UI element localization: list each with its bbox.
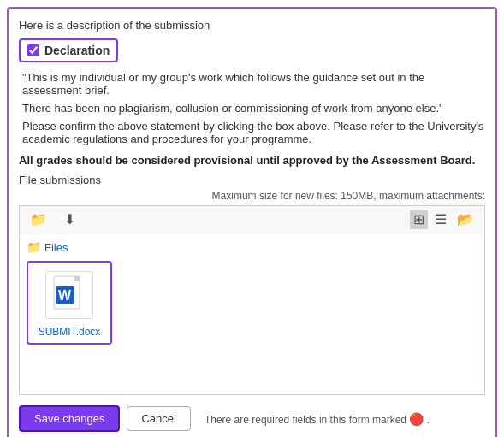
file-submissions-label: File submissions [19, 174, 485, 186]
main-container: Here is a description of the submission … [7, 7, 497, 437]
folder-view-icon[interactable]: 📂 [454, 210, 477, 229]
cancel-button[interactable]: Cancel [127, 406, 190, 431]
quote-text: "This is my individual or my group's wor… [19, 71, 485, 97]
svg-text:W: W [58, 288, 72, 303]
confirm-text: Please confirm the above statement by cl… [19, 120, 485, 145]
declaration-label: Declaration [44, 44, 110, 57]
file-toolbar: 📁 ⬇ ⊞ ☰ 📂 [19, 205, 485, 233]
grid-view-icon[interactable]: ⊞ [410, 210, 428, 229]
required-icon: 🔴 [409, 412, 424, 426]
svg-rect-2 [74, 276, 80, 281]
toolbar-right: ⊞ ☰ 📂 [410, 210, 477, 229]
folder-icon[interactable]: 📁 [27, 210, 50, 229]
file-name: SUBMIT.docx [39, 326, 101, 338]
required-fields-text: There are required fields in this form m… [205, 412, 430, 426]
file-icon-container: W [42, 268, 97, 322]
max-size-text: Maximum size for new files: 150MB, maxim… [19, 190, 485, 202]
footer: Save changes Cancel There are required f… [19, 405, 485, 432]
files-folder-icon: 📁 [27, 240, 41, 254]
file-area: 📁 Files W SUBMIT.docx [19, 233, 485, 395]
files-link[interactable]: Files [44, 241, 68, 254]
warning-text: All grades should be considered provisio… [19, 154, 485, 167]
declaration-row: Declaration [19, 38, 118, 62]
toolbar-left: 📁 ⬇ [27, 210, 79, 229]
save-button[interactable]: Save changes [19, 405, 120, 432]
file-thumbnail[interactable]: W SUBMIT.docx [27, 261, 112, 345]
plagiarism-text: There has been no plagiarism, collusion … [19, 102, 485, 115]
declaration-checkbox[interactable] [27, 44, 39, 56]
description-text: Here is a description of the submission [19, 19, 485, 32]
list-view-icon[interactable]: ☰ [431, 210, 450, 229]
word-doc-icon: W [45, 271, 93, 319]
files-row: 📁 Files [27, 240, 477, 254]
download-icon[interactable]: ⬇ [61, 210, 79, 229]
